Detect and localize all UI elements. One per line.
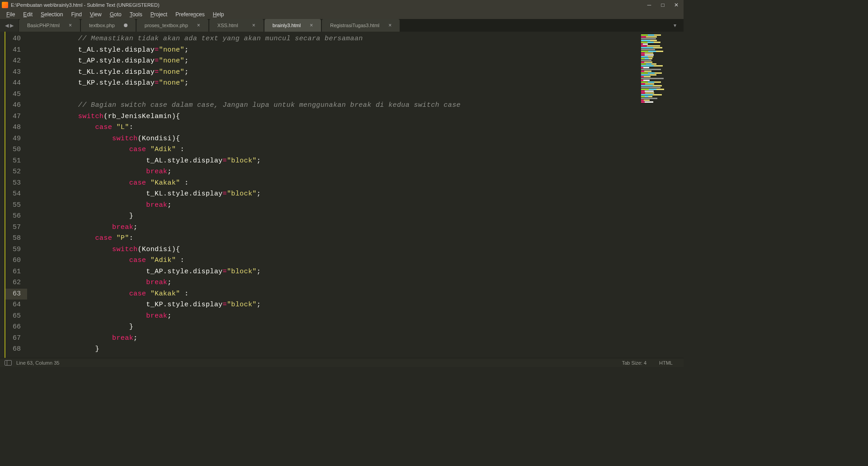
tab-overflow-icon[interactable]: ▾ <box>669 19 681 32</box>
code-line[interactable]: } <box>27 344 634 355</box>
line-number[interactable]: 55 <box>5 200 27 211</box>
code-line[interactable]: t_AL.style.display="none"; <box>27 45 634 56</box>
code-line[interactable]: case "Kakak" : <box>27 178 634 189</box>
tab-close-icon[interactable]: × <box>306 22 313 29</box>
code-line[interactable]: t_AP.style.display="block"; <box>27 266 634 278</box>
code-line[interactable]: case "Adik" : <box>27 255 634 266</box>
code-line[interactable]: t_KL.style.display="block"; <box>27 189 634 200</box>
line-number-gutter[interactable]: 4041424344454647484950515253545556575859… <box>5 32 27 358</box>
code-line[interactable]: // Memastikan tidak akan ada text yang a… <box>27 33 634 45</box>
line-number[interactable]: 63 <box>5 289 27 300</box>
code-line[interactable]: t_KL.style.display="none"; <box>27 67 634 78</box>
line-number[interactable]: 47 <box>5 111 27 123</box>
menu-file[interactable]: File <box>3 10 19 19</box>
line-number[interactable]: 46 <box>5 100 27 111</box>
tab-nav-arrows[interactable]: ◀ ▶ <box>0 19 19 32</box>
line-number[interactable]: 44 <box>5 78 27 89</box>
menu-project[interactable]: Project <box>147 10 171 19</box>
code-line[interactable]: switch(rb_JenisKelamin){ <box>27 111 634 123</box>
code-line[interactable]: case "Adik" : <box>27 144 634 156</box>
tab-textbox-php[interactable]: textbox.php <box>81 19 136 32</box>
line-number[interactable]: 42 <box>5 56 27 67</box>
tab-close-icon[interactable]: × <box>193 22 200 29</box>
line-number[interactable]: 52 <box>5 166 27 178</box>
tab-brainly3-html[interactable]: brainly3.html× <box>264 19 321 32</box>
line-number[interactable]: 58 <box>5 233 27 244</box>
menu-find[interactable]: Find <box>67 10 85 19</box>
code-line[interactable] <box>27 89 634 100</box>
code-line[interactable]: switch(Kondisi){ <box>27 244 634 256</box>
code-line[interactable]: case "P": <box>27 233 634 244</box>
code-line[interactable]: t_AL.style.display="block"; <box>27 156 634 167</box>
line-number[interactable]: 56 <box>5 211 27 222</box>
code-line[interactable]: // Bagian switch case dalam case, Jangan… <box>27 100 634 111</box>
tab-label: RegistrasiTugas3.html <box>330 23 385 28</box>
code-line[interactable]: case "L": <box>27 122 634 133</box>
panel-switcher-icon[interactable] <box>5 360 12 366</box>
code-line[interactable]: t_AP.style.display="none"; <box>27 56 634 67</box>
line-number[interactable]: 68 <box>5 344 27 355</box>
code-line[interactable]: break; <box>27 277 634 289</box>
line-number[interactable]: 41 <box>5 45 27 56</box>
menu-tools[interactable]: Tools <box>126 10 146 19</box>
titlebar: E:\Pembuatan web\brainly3.html - Sublime… <box>0 0 684 10</box>
close-button[interactable]: ✕ <box>674 2 679 8</box>
tab-close-icon[interactable]: × <box>65 22 72 29</box>
line-number[interactable]: 54 <box>5 189 27 200</box>
code-line[interactable]: } <box>27 211 634 222</box>
tab-label: brainly3.html <box>273 23 306 28</box>
menu-preferences[interactable]: Preferences <box>172 10 208 19</box>
status-tabsize[interactable]: Tab Size: 4 <box>616 360 653 366</box>
menubar: File Edit Selection Find View Goto Tools… <box>0 10 684 19</box>
code-line[interactable]: break; <box>27 166 634 178</box>
line-number[interactable]: 67 <box>5 333 27 344</box>
code-line[interactable]: switch(Kondisi){ <box>27 133 634 145</box>
gutter-modified-edge <box>0 32 5 358</box>
menu-edit[interactable]: Edit <box>19 10 36 19</box>
menu-view[interactable]: View <box>86 10 105 19</box>
line-number[interactable]: 49 <box>5 133 27 145</box>
line-number[interactable]: 66 <box>5 322 27 333</box>
line-number[interactable]: 53 <box>5 178 27 189</box>
tab-label: textbox.php <box>89 23 120 28</box>
line-number[interactable]: 43 <box>5 67 27 78</box>
tab-basicphp-html[interactable]: BasicPHP.html× <box>19 19 80 32</box>
minimap[interactable] <box>634 32 684 358</box>
menu-selection[interactable]: Selection <box>37 10 66 19</box>
code-line[interactable]: break; <box>27 311 634 322</box>
window-controls: ─ □ ✕ <box>646 2 679 8</box>
line-number[interactable]: 61 <box>5 266 27 278</box>
line-number[interactable]: 65 <box>5 311 27 322</box>
tabstrip: ◀ ▶ BasicPHP.html×textbox.phpproses_text… <box>0 19 684 32</box>
line-number[interactable]: 64 <box>5 300 27 311</box>
code-line[interactable]: t_KP.style.display="block"; <box>27 300 634 311</box>
line-number[interactable]: 48 <box>5 122 27 133</box>
tab-proses_textbox-php[interactable]: proses_textbox.php× <box>137 19 208 32</box>
line-number[interactable]: 40 <box>5 33 27 45</box>
tab-label: BasicPHP.html <box>27 23 65 28</box>
status-cursor[interactable]: Line 63, Column 35 <box>16 360 59 366</box>
minimize-button[interactable]: ─ <box>646 2 652 8</box>
tab-xss-html[interactable]: XSS.html× <box>209 19 264 32</box>
line-number[interactable]: 50 <box>5 144 27 156</box>
tab-registrasitugas3-html[interactable]: RegistrasiTugas3.html× <box>322 19 400 32</box>
tab-close-icon[interactable]: × <box>249 22 255 29</box>
maximize-button[interactable]: □ <box>660 2 665 8</box>
line-number[interactable]: 45 <box>5 89 27 100</box>
code-line[interactable]: t_KP.style.display="none"; <box>27 78 634 89</box>
code-line[interactable]: break; <box>27 200 634 211</box>
line-number[interactable]: 60 <box>5 255 27 266</box>
code-editor[interactable]: // Memastikan tidak akan ada text yang a… <box>27 32 634 358</box>
line-number[interactable]: 62 <box>5 277 27 289</box>
line-number[interactable]: 57 <box>5 222 27 233</box>
code-line[interactable]: case "Kakak" : <box>27 289 634 300</box>
code-line[interactable]: break; <box>27 333 634 344</box>
line-number[interactable]: 51 <box>5 156 27 167</box>
code-line[interactable]: } <box>27 322 634 333</box>
code-line[interactable]: break; <box>27 222 634 233</box>
line-number[interactable]: 59 <box>5 244 27 256</box>
menu-help[interactable]: Help <box>209 10 228 19</box>
menu-goto[interactable]: Goto <box>106 10 125 19</box>
status-syntax[interactable]: HTML <box>653 360 679 366</box>
tab-close-icon[interactable]: × <box>385 22 392 29</box>
